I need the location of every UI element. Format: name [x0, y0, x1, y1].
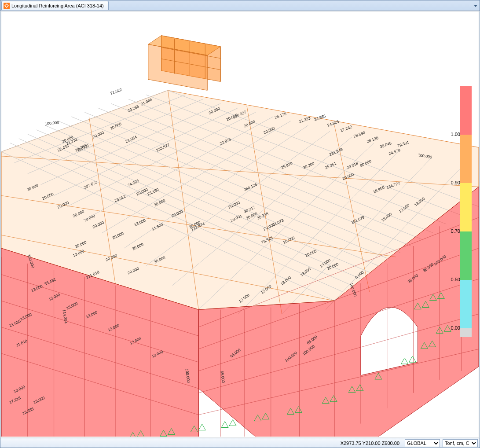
unit-select[interactable]: Tonf, cm, C: [443, 439, 478, 447]
legend-segment: [460, 280, 472, 328]
legend-tick: 0.70: [442, 228, 460, 234]
legend-segment: [460, 86, 472, 135]
tab-label: Longitudinal Reinforcing Area (ACI 318-1…: [11, 3, 104, 8]
legend-segment: [460, 135, 472, 183]
color-legend: 1.000.900.700.500.00: [460, 86, 475, 337]
svg-text:21.022: 21.022: [110, 87, 122, 95]
model-viewport[interactable]: 100.000 100.000 100.000 100.000 100.000 …: [1, 11, 479, 437]
status-bar: X2973.75 Y210.00 Z600.00 GLOBAL Tonf, cm…: [0, 438, 480, 448]
legend-tick: 1.00: [442, 132, 460, 137]
coord-system-select[interactable]: GLOBAL: [405, 439, 440, 447]
legend-segment: [460, 328, 472, 337]
app-window: Longitudinal Reinforcing Area (ACI 318-1…: [0, 0, 480, 448]
cursor-coordinates: X2973.75 Y210.00 Z600.00: [341, 441, 399, 446]
tab-reinforcing[interactable]: Longitudinal Reinforcing Area (ACI 318-1…: [1, 1, 109, 10]
legend-tick: 0.50: [442, 277, 460, 282]
app-icon: [4, 3, 10, 9]
legend-segment: [460, 183, 472, 231]
svg-text:100.000: 100.000: [45, 120, 59, 126]
legend-segment: [460, 231, 472, 280]
legend-tick: 0.00: [442, 325, 460, 330]
tab-overflow-button[interactable]: [472, 1, 480, 10]
penthouse-box: [148, 36, 220, 91]
tab-strip: Longitudinal Reinforcing Area (ACI 318-1…: [0, 0, 480, 11]
legend-tick: 0.90: [442, 180, 460, 185]
